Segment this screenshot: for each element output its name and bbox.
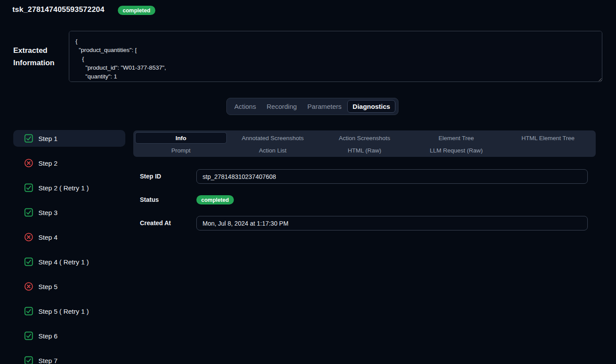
step-label: Step 6	[38, 332, 57, 340]
tab-recording[interactable]: Recording	[262, 100, 301, 113]
checkbox-checked-icon	[24, 356, 33, 364]
task-diagnostics-page: tsk_278147405593572204 completed Extract…	[0, 0, 616, 364]
status-label: Status	[140, 193, 159, 207]
step-id-input[interactable]	[196, 169, 588, 184]
sidebar-item-step-4[interactable]: Step 4	[13, 229, 125, 245]
step-label: Step 1	[38, 135, 57, 142]
main-tab-bar: Actions Recording Parameters Diagnostics	[226, 98, 398, 115]
step-status-badge: completed	[196, 195, 234, 204]
created-at-input[interactable]	[196, 216, 588, 230]
step-label: Step 5 ( Retry 1 )	[38, 308, 89, 315]
extracted-information-textarea[interactable]: { "product_quantities": [ { "product_id"…	[69, 31, 602, 82]
sidebar-item-step-2[interactable]: Step 2	[13, 155, 125, 171]
step-label: Step 3	[38, 209, 57, 216]
diagnostics-subtab-bar: Info Annotated Screenshots Action Screen…	[133, 130, 596, 157]
created-at-label: Created At	[140, 216, 171, 230]
subtab-llm-request-raw[interactable]: LLM Request (Raw)	[410, 145, 502, 156]
page-title: tsk_278147405593572204	[12, 5, 105, 14]
checkbox-checked-icon	[24, 307, 33, 316]
sidebar-item-step-5[interactable]: Step 5	[13, 278, 125, 295]
subtab-prompt[interactable]: Prompt	[135, 145, 227, 156]
checkbox-checked-icon	[24, 257, 33, 266]
checkbox-checked-icon	[24, 183, 33, 192]
sidebar-item-step-7[interactable]: Step 7	[13, 352, 125, 364]
error-circle-icon	[24, 233, 33, 241]
error-circle-icon	[24, 282, 33, 291]
tab-parameters[interactable]: Parameters	[303, 100, 347, 113]
sidebar-item-step-5-retry-1[interactable]: Step 5 ( Retry 1 )	[13, 303, 125, 319]
tab-actions[interactable]: Actions	[229, 100, 261, 113]
step-id-label: Step ID	[140, 169, 161, 184]
checkbox-checked-icon	[24, 208, 33, 217]
task-status-badge: completed	[118, 6, 155, 15]
step-label: Step 2 ( Retry 1 )	[38, 184, 89, 192]
subtab-annotated-screenshots[interactable]: Annotated Screenshots	[227, 132, 319, 144]
subtab-element-tree[interactable]: Element Tree	[410, 132, 502, 144]
checkbox-checked-icon	[24, 331, 33, 340]
step-label: Step 7	[38, 357, 57, 364]
error-circle-icon	[24, 159, 33, 167]
subtab-html-raw[interactable]: HTML (Raw)	[319, 145, 410, 156]
sidebar-item-step-4-retry-1[interactable]: Step 4 ( Retry 1 )	[13, 253, 125, 270]
step-label: Step 4	[38, 234, 57, 241]
extracted-information-label: Extracted Information	[13, 45, 71, 69]
subtab-action-screenshots[interactable]: Action Screenshots	[319, 132, 410, 144]
step-label: Step 5	[38, 283, 57, 290]
subtab-action-list[interactable]: Action List	[227, 145, 319, 156]
subtab-info[interactable]: Info	[135, 132, 227, 144]
subtab-html-element-tree[interactable]: HTML Element Tree	[502, 132, 594, 144]
sidebar-item-step-6[interactable]: Step 6	[13, 327, 125, 344]
tab-diagnostics[interactable]: Diagnostics	[347, 100, 395, 113]
sidebar-item-step-3[interactable]: Step 3	[13, 204, 125, 221]
sidebar-item-step-1[interactable]: Step 1	[13, 130, 125, 147]
sidebar-item-step-2-retry-1[interactable]: Step 2 ( Retry 1 )	[13, 179, 125, 196]
step-label: Step 4 ( Retry 1 )	[38, 258, 89, 266]
step-label: Step 2	[38, 160, 57, 167]
checkbox-checked-icon	[24, 134, 33, 143]
